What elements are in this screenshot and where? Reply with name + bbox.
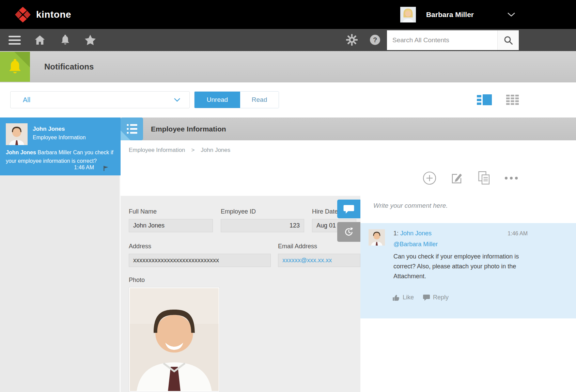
record-app-title: Employee Information xyxy=(151,117,226,140)
like-button[interactable]: Like xyxy=(392,294,414,301)
comment-index: 1: xyxy=(393,230,399,237)
email-link[interactable]: xxxxxx@xxx.xx.xx xyxy=(282,257,332,264)
history-tab[interactable] xyxy=(337,222,360,242)
hire-date-label: Hire Date xyxy=(312,208,338,215)
history-icon xyxy=(343,226,354,237)
kintone-window: kintone Barbara Miller xyxy=(0,0,576,392)
help-icon[interactable]: ? xyxy=(370,34,380,47)
record-body: Full Name John Jones Employee ID 123 Hir… xyxy=(121,196,576,392)
copy-record-icon[interactable] xyxy=(477,171,492,186)
tile-fold xyxy=(14,52,30,67)
employee-id-value: 123 xyxy=(221,219,304,232)
scope-select[interactable]: All xyxy=(10,91,190,108)
notifications-bell-icon[interactable] xyxy=(58,33,72,47)
flag-icon[interactable] xyxy=(103,166,109,171)
read-state-toggle: Unread Read xyxy=(194,91,279,108)
notification-list-panel: John Jones Employee Information John Jon… xyxy=(0,117,121,392)
search-icon xyxy=(503,35,513,45)
hamburger-menu-icon[interactable] xyxy=(7,33,22,47)
comment-author-avatar xyxy=(369,229,385,246)
search-button[interactable] xyxy=(497,30,519,50)
breadcrumb: Employee Information > John Jones xyxy=(121,140,576,160)
address-value: xxxxxxxxxxxxxxxxxxxxxxxxxxxx xyxy=(129,254,271,267)
comment-body: Can you check if your employee informati… xyxy=(393,252,528,281)
comments-panel: Write your comment here. 1: John xyxy=(360,196,576,392)
scope-selected-value: All xyxy=(23,96,174,104)
favorites-star-icon[interactable] xyxy=(83,33,97,47)
read-button[interactable]: Read xyxy=(240,92,279,108)
breadcrumb-app-link[interactable]: Employee Information xyxy=(129,147,185,154)
filter-bar: All Unread Read xyxy=(0,82,576,117)
global-search xyxy=(387,30,519,50)
kintone-home-link[interactable]: kintone xyxy=(15,7,71,22)
comment-mention-link[interactable]: @Barbara Miller xyxy=(393,241,438,248)
thumbs-up-icon xyxy=(392,294,400,301)
global-nav-left xyxy=(7,29,97,51)
notification-preview-sender: John Jones xyxy=(6,150,36,155)
kintone-logo-icon xyxy=(15,7,31,22)
comment-input-placeholder[interactable]: Write your comment here. xyxy=(373,202,448,209)
search-input[interactable] xyxy=(387,30,497,50)
notifications-tile xyxy=(0,52,30,82)
view-toggles xyxy=(477,91,519,108)
notification-time: 1:46 AM xyxy=(74,164,94,171)
notification-list-empty-area xyxy=(0,175,121,392)
edit-record-icon[interactable] xyxy=(449,171,464,186)
record-detail-area: Employee Information Employee Informatio… xyxy=(121,117,576,392)
record-toolbar xyxy=(121,160,576,196)
comment-actions: Like Reply xyxy=(392,294,449,301)
user-avatar-image xyxy=(400,7,416,22)
reply-label: Reply xyxy=(433,294,449,301)
chevron-down-icon xyxy=(174,98,181,102)
comments-tab[interactable] xyxy=(337,200,360,218)
comment-header: 1: John Jones xyxy=(393,230,432,237)
user-menu[interactable]: Barbara Miller xyxy=(400,0,576,29)
employee-photo xyxy=(129,287,220,392)
employee-id-label: Employee ID xyxy=(221,208,256,215)
notification-item-selected[interactable]: John Jones Employee Information John Jon… xyxy=(0,117,121,175)
user-avatar xyxy=(400,7,416,22)
breadcrumb-record: John Jones xyxy=(201,147,230,154)
global-nav: ? xyxy=(0,29,576,51)
sender-avatar xyxy=(6,123,28,145)
svg-text:?: ? xyxy=(373,36,377,44)
breadcrumb-separator: > xyxy=(191,147,194,154)
chevron-down-icon xyxy=(507,12,515,17)
app-list-icon[interactable] xyxy=(121,117,143,140)
record-form: Full Name John Jones Employee ID 123 Hir… xyxy=(121,196,360,392)
reply-button[interactable]: Reply xyxy=(423,294,449,301)
reply-bubble-icon xyxy=(423,294,430,301)
more-options-icon[interactable] xyxy=(504,171,519,186)
notification-preview: John Jones Barbara Miller Can you check … xyxy=(6,148,115,165)
comment-author-link[interactable]: John Jones xyxy=(400,230,432,237)
record-toolbar-icons xyxy=(422,160,519,196)
email-field: xxxxxx@xxx.xx.xx xyxy=(278,254,360,267)
brand-name: kintone xyxy=(36,9,71,20)
page-title: Notifications xyxy=(44,51,94,82)
comment-item: 1: John Jones 1:46 AM @Barbara Miller Ca… xyxy=(360,223,576,318)
unread-button[interactable]: Unread xyxy=(194,92,240,108)
address-label: Address xyxy=(129,243,151,250)
like-label: Like xyxy=(403,294,414,301)
comment-bubble-icon xyxy=(343,204,354,214)
notification-app-name: Employee Information xyxy=(33,135,86,141)
notification-sender: John Jones xyxy=(33,126,65,132)
top-bar: kintone Barbara Miller xyxy=(0,0,576,29)
record-app-bar: Employee Information xyxy=(121,117,576,140)
grid-view-icon[interactable] xyxy=(506,95,519,105)
split-view-icon[interactable] xyxy=(477,94,492,106)
photo-label: Photo xyxy=(129,277,145,284)
page-header-bar: Notifications xyxy=(0,51,576,82)
email-label: Email Address xyxy=(278,243,317,250)
add-record-icon[interactable] xyxy=(422,171,437,186)
gear-icon[interactable] xyxy=(346,34,358,47)
full-name-label: Full Name xyxy=(129,208,157,215)
comment-time: 1:46 AM xyxy=(508,231,528,237)
full-name-value: John Jones xyxy=(129,219,213,232)
user-name: Barbara Miller xyxy=(426,11,474,19)
home-icon[interactable] xyxy=(33,33,47,47)
